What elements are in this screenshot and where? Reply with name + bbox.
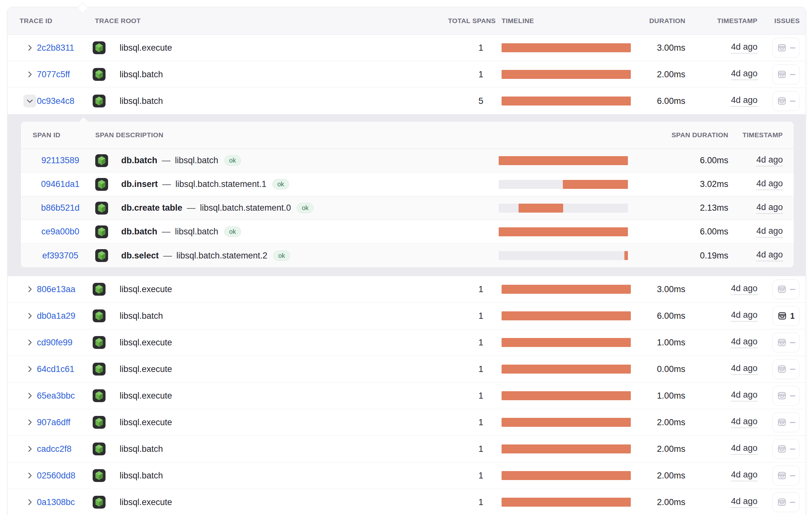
trace-root-icon-cell bbox=[84, 442, 115, 456]
expand-toggle-button[interactable] bbox=[23, 68, 36, 81]
span-icon-cell bbox=[87, 225, 116, 238]
trace-id-link[interactable]: 2c2b8311 bbox=[36, 43, 75, 53]
timestamp-value[interactable]: 4d ago bbox=[731, 42, 757, 54]
span-timeline-bar bbox=[519, 204, 563, 212]
trace-id-link[interactable]: cd90fe99 bbox=[36, 338, 72, 347]
timeline-track bbox=[501, 285, 631, 294]
expand-toggle-button[interactable] bbox=[23, 363, 36, 375]
expand-toggle-button[interactable] bbox=[23, 496, 36, 509]
expand-toggle-button[interactable] bbox=[23, 469, 36, 482]
issues-button[interactable] bbox=[772, 279, 800, 299]
trace-id-link[interactable]: 02560dd8 bbox=[36, 471, 75, 480]
span-id-link[interactable]: ef393705 bbox=[42, 251, 79, 260]
trace-id-link[interactable]: 64cd1c61 bbox=[36, 364, 75, 374]
expand-toggle-button[interactable] bbox=[23, 442, 36, 455]
trace-id-link[interactable]: 0c93e4c8 bbox=[36, 96, 75, 106]
no-issues-dash bbox=[790, 342, 795, 343]
trace-root-label: libsql.execute bbox=[115, 418, 448, 427]
expand-toggle-button[interactable] bbox=[23, 41, 36, 54]
span-id-link[interactable]: b86b521d bbox=[40, 203, 80, 212]
timestamp-value[interactable]: 4d ago bbox=[731, 337, 757, 348]
timestamp-value[interactable]: 4d ago bbox=[731, 390, 757, 401]
no-issues-dash bbox=[790, 395, 795, 396]
span-name: db.batch bbox=[121, 155, 157, 166]
expander-cell bbox=[23, 336, 36, 349]
timestamp-value[interactable]: 4d ago bbox=[731, 284, 757, 295]
trace-id-link[interactable]: 806e13aa bbox=[36, 284, 75, 294]
timestamp-value[interactable]: 4d ago bbox=[731, 68, 757, 80]
timestamp-value[interactable]: 4d ago bbox=[731, 470, 757, 481]
total-spans-value: 1 bbox=[448, 69, 483, 80]
span-timestamp-cell: 4d ago bbox=[728, 226, 783, 238]
expand-toggle-button[interactable] bbox=[23, 389, 36, 402]
span-id-link[interactable]: ce9a00b0 bbox=[41, 227, 80, 236]
timestamp-value[interactable]: 4d ago bbox=[731, 417, 757, 428]
trace-id-link[interactable]: cadcc2f8 bbox=[36, 444, 71, 454]
timeline-cell bbox=[501, 285, 631, 294]
issues-button[interactable] bbox=[772, 64, 800, 84]
timestamp-cell: 4d ago bbox=[685, 284, 757, 295]
timestamp-value[interactable]: 4d ago bbox=[731, 363, 757, 375]
span-id-link[interactable]: 92113589 bbox=[41, 155, 79, 165]
expand-toggle-button[interactable] bbox=[23, 416, 36, 429]
span-table-row: b86b521d db.create table — libsql.batch.… bbox=[21, 196, 794, 220]
trace-id-link[interactable]: 7077c5ff bbox=[36, 69, 70, 79]
timestamp-value[interactable]: 4d ago bbox=[731, 496, 757, 508]
issues-button[interactable] bbox=[772, 91, 800, 111]
expand-toggle-button[interactable] bbox=[23, 94, 36, 108]
timestamp-cell: 4d ago bbox=[685, 470, 757, 481]
span-id-link[interactable]: 09461da1 bbox=[40, 179, 80, 189]
span-timestamp-value[interactable]: 4d ago bbox=[756, 155, 783, 166]
timestamp-cell: 4d ago bbox=[685, 95, 757, 107]
trace-id-link[interactable]: 65ea3bbc bbox=[36, 391, 75, 401]
libsql-icon bbox=[92, 94, 106, 108]
inbox-icon bbox=[777, 69, 787, 79]
no-issues-dash bbox=[790, 449, 795, 450]
trace-table-body: 2c2b8311 libsql.execute 1 3.00ms 4d ago bbox=[8, 35, 806, 515]
timeline-bar bbox=[501, 498, 631, 507]
duration-value: 6.00ms bbox=[631, 96, 685, 106]
span-timestamp-value[interactable]: 4d ago bbox=[756, 226, 783, 238]
span-timestamp-value[interactable]: 4d ago bbox=[756, 179, 783, 190]
duration-value: 3.00ms bbox=[631, 284, 685, 294]
timestamp-value[interactable]: 4d ago bbox=[731, 310, 757, 322]
expand-toggle-button[interactable] bbox=[23, 283, 36, 296]
libsql-icon bbox=[95, 178, 108, 191]
libsql-icon bbox=[92, 336, 106, 349]
trace-id-cell: cd90fe99 bbox=[36, 338, 84, 348]
span-table-row: ef393705 db.select — libsql.batch.statem… bbox=[21, 244, 794, 267]
trace-id-cell: 0c93e4c8 bbox=[36, 96, 84, 106]
trace-id-link[interactable]: 0a1308bc bbox=[36, 497, 75, 507]
chevron-right-icon bbox=[26, 338, 34, 347]
issues-button[interactable] bbox=[772, 386, 800, 406]
trace-root-label: libsql.batch bbox=[115, 444, 448, 454]
timestamp-value[interactable]: 4d ago bbox=[731, 443, 757, 455]
issues-button[interactable] bbox=[772, 492, 800, 512]
issues-cell bbox=[757, 359, 800, 379]
trace-id-link[interactable]: 907a6dff bbox=[36, 418, 70, 427]
timestamp-value[interactable]: 4d ago bbox=[731, 95, 757, 107]
span-timestamp-value[interactable]: 4d ago bbox=[756, 250, 783, 261]
issues-button[interactable] bbox=[772, 38, 800, 58]
span-id-header: SPAN ID bbox=[33, 131, 95, 139]
expander-cell bbox=[23, 41, 36, 54]
span-icon-cell bbox=[87, 249, 116, 262]
issues-button[interactable] bbox=[772, 412, 800, 432]
issues-button[interactable] bbox=[772, 439, 800, 459]
issues-button[interactable]: 1 bbox=[772, 306, 800, 326]
trace-id-link[interactable]: db0a1a29 bbox=[36, 311, 75, 321]
issues-button[interactable] bbox=[772, 466, 800, 486]
duration-value: 2.00ms bbox=[631, 497, 685, 507]
expand-toggle-button[interactable] bbox=[23, 310, 36, 322]
issues-button[interactable] bbox=[772, 359, 800, 379]
span-path: libsql.batch bbox=[175, 227, 219, 237]
span-timestamp-value[interactable]: 4d ago bbox=[756, 202, 783, 214]
chevron-right-icon bbox=[26, 44, 34, 52]
trace-root-label: libsql.batch bbox=[115, 69, 448, 80]
issues-cell bbox=[757, 492, 800, 512]
expand-toggle-button[interactable] bbox=[23, 336, 36, 349]
timestamp-cell: 4d ago bbox=[685, 337, 757, 348]
span-timestamp-cell: 4d ago bbox=[728, 250, 783, 261]
trace-root-icon-cell bbox=[84, 469, 115, 482]
issues-button[interactable] bbox=[772, 333, 800, 352]
